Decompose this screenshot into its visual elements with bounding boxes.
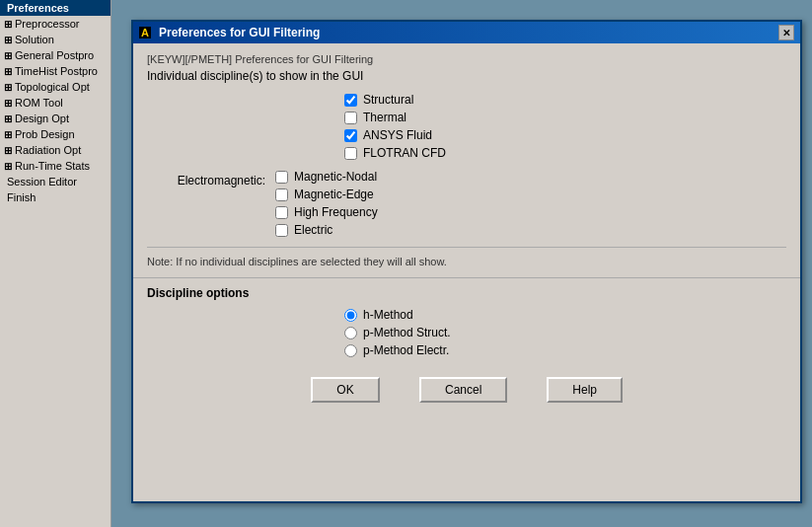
sidebar-item-label: Preferences: [7, 2, 69, 14]
note-text: Note: If no individual disciplines are s…: [147, 247, 786, 267]
checkbox-structural-label: Structural: [363, 93, 413, 107]
sidebar-item-prob-design[interactable]: ⊞Prob Design: [0, 126, 111, 142]
ok-button[interactable]: OK: [311, 377, 380, 403]
checkbox-magnetic-edge: Magnetic-Edge: [275, 188, 378, 201]
dialog-title: Preferences for GUI Filtering: [159, 26, 320, 39]
sidebar-item-label: ROM Tool: [15, 97, 63, 109]
checkbox-high-frequency: High Frequency: [275, 205, 378, 219]
checkbox-electric-label: Electric: [294, 223, 332, 237]
radio-p-method-electr-label: p-Method Electr.: [363, 343, 449, 357]
discipline-options-title: Discipline options: [147, 286, 786, 300]
checkbox-electric-input[interactable]: [275, 224, 288, 237]
keyw-text: [KEYW][/PMETH] Preferences for GUI Filte…: [147, 53, 786, 65]
checkbox-flotran-input[interactable]: [344, 147, 357, 160]
checkbox-electric: Electric: [275, 223, 378, 237]
radio-options: h-Method p-Method Struct. p-Method Elect…: [344, 308, 786, 357]
sidebar-item-topological-opt[interactable]: ⊞Topological Opt: [0, 79, 111, 95]
checkbox-magnetic-nodal-input[interactable]: [275, 171, 288, 184]
checkbox-magnetic-nodal-label: Magnetic-Nodal: [294, 170, 377, 184]
sidebar-item-preferences[interactable]: Preferences: [0, 0, 111, 16]
sidebar-item-timehist-postpro[interactable]: ⊞TimeHist Postpro: [0, 63, 111, 79]
dialog-subtitle: Individual discipline(s) to show in the …: [147, 69, 786, 83]
close-button[interactable]: ✕: [778, 25, 794, 40]
checkbox-high-frequency-label: High Frequency: [294, 205, 378, 219]
sidebar-item-finish[interactable]: Finish: [0, 189, 111, 205]
dialog-buttons: OK Cancel Help: [133, 365, 800, 414]
checkbox-magnetic-edge-input[interactable]: [275, 188, 288, 201]
cancel-button[interactable]: Cancel: [419, 377, 507, 403]
sidebar-item-label: Design Opt: [15, 113, 69, 124]
checkbox-magnetic-nodal: Magnetic-Nodal: [275, 170, 378, 184]
checkbox-ansys-fluid-label: ANSYS Fluid: [363, 128, 432, 142]
checkbox-magnetic-edge-label: Magnetic-Edge: [294, 188, 374, 201]
sidebar-item-run-time-stats[interactable]: ⊞Run-Time Stats: [0, 158, 111, 174]
sidebar-item-label: Solution: [15, 34, 54, 45]
radio-h-method-label: h-Method: [363, 308, 413, 322]
sidebar-item-general-postpro[interactable]: ⊞General Postpro: [0, 47, 111, 63]
checkbox-thermal-label: Thermal: [363, 111, 406, 124]
radio-h-method: h-Method: [344, 308, 786, 322]
sidebar: Preferences⊞Preprocessor⊞Solution⊞Genera…: [0, 0, 111, 527]
radio-p-method-electr: p-Method Electr.: [344, 343, 786, 357]
sidebar-item-session-editor[interactable]: Session Editor: [0, 174, 111, 189]
sidebar-item-label: Run-Time Stats: [15, 160, 90, 172]
dialog-body: [KEYW][/PMETH] Preferences for GUI Filte…: [133, 43, 800, 277]
sidebar-item-label: Prob Design: [15, 128, 75, 140]
checkbox-structural-input[interactable]: [344, 94, 357, 107]
sidebar-item-label: Topological Opt: [15, 81, 90, 93]
sidebar-item-label: Session Editor: [7, 176, 77, 188]
sidebar-item-solution[interactable]: ⊞Solution: [0, 32, 111, 47]
sidebar-item-radiation-opt[interactable]: ⊞Radiation Opt: [0, 142, 111, 158]
checkbox-flotran-label: FLOTRAN CFD: [363, 146, 446, 160]
radio-p-method-struct-input[interactable]: [344, 327, 357, 339]
sidebar-item-label: Radiation Opt: [15, 144, 81, 156]
help-button[interactable]: Help: [547, 377, 623, 403]
sidebar-item-label: General Postpro: [15, 49, 94, 61]
sidebar-item-rom-tool[interactable]: ⊞ROM Tool: [0, 95, 111, 111]
main-area: A Preferences for GUI Filtering ✕ [KEYW]…: [111, 0, 812, 527]
radio-p-method-struct: p-Method Struct.: [344, 326, 786, 339]
checkbox-flotran: FLOTRAN CFD: [344, 146, 786, 160]
checkbox-thermal: Thermal: [344, 111, 786, 124]
sidebar-item-label: TimeHist Postpro: [15, 65, 98, 77]
sidebar-item-design-opt[interactable]: ⊞Design Opt: [0, 111, 111, 126]
sidebar-item-preprocessor[interactable]: ⊞Preprocessor: [0, 16, 111, 32]
checkbox-ansys-fluid: ANSYS Fluid: [344, 128, 786, 142]
em-label: Electromagnetic:: [147, 174, 275, 237]
checkbox-ansys-fluid-input[interactable]: [344, 129, 357, 142]
checkbox-high-frequency-input[interactable]: [275, 206, 288, 219]
preferences-dialog: A Preferences for GUI Filtering ✕ [KEYW]…: [131, 20, 802, 503]
checkbox-thermal-input[interactable]: [344, 112, 357, 124]
ansys-icon: A: [139, 27, 151, 38]
em-checkboxes: Magnetic-Nodal Magnetic-Edge High Freque…: [275, 170, 378, 237]
radio-p-method-struct-label: p-Method Struct.: [363, 326, 451, 339]
sidebar-item-label: Finish: [7, 191, 36, 203]
electromagnetic-section: Electromagnetic: Magnetic-Nodal Magnetic…: [147, 170, 786, 237]
discipline-options-section: Discipline options h-Method p-Method Str…: [133, 277, 800, 365]
top-checkboxes: Structural Thermal ANSYS Fluid FLOTRAN C…: [344, 93, 786, 160]
dialog-titlebar: A Preferences for GUI Filtering ✕: [133, 22, 800, 43]
checkbox-structural: Structural: [344, 93, 786, 107]
sidebar-item-label: Preprocessor: [15, 18, 79, 30]
title-left: A Preferences for GUI Filtering: [139, 26, 320, 39]
radio-h-method-input[interactable]: [344, 309, 357, 322]
radio-p-method-electr-input[interactable]: [344, 344, 357, 357]
